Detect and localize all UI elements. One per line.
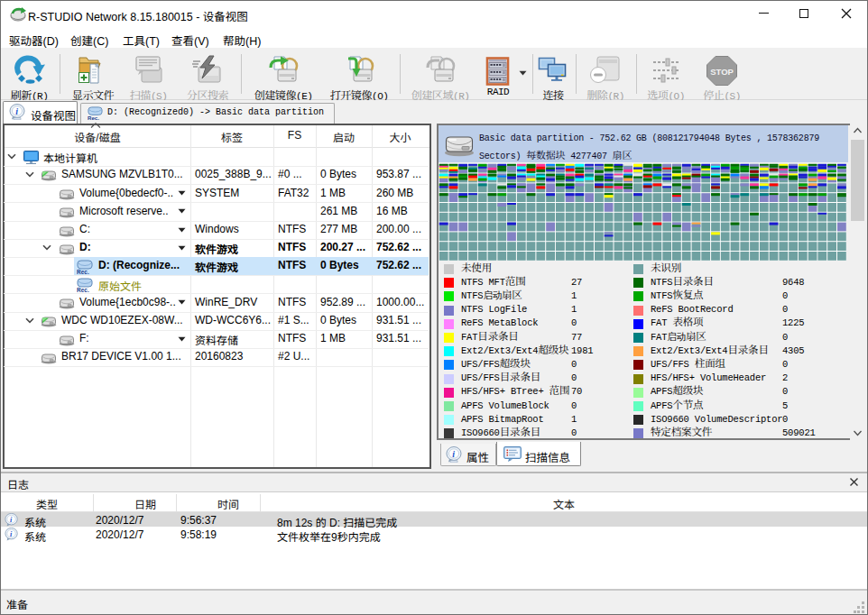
svg-text:i: i: [15, 106, 18, 116]
svg-text:Rec.: Rec.: [88, 115, 99, 120]
svg-text:Rec.: Rec.: [77, 287, 89, 293]
svg-text:Rec.: Rec.: [77, 268, 89, 274]
svg-text:i: i: [452, 449, 455, 459]
svg-text:STOP: STOP: [710, 67, 734, 77]
